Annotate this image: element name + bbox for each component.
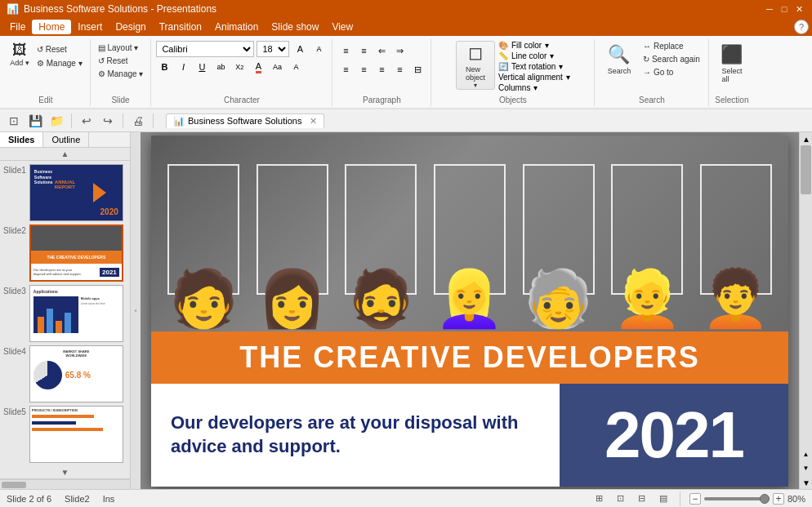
doc-tab-close[interactable]: ✕ (310, 116, 317, 127)
replace-button[interactable]: ↔ Replace (640, 41, 703, 51)
search-button[interactable]: 🔍 Search (601, 41, 637, 78)
increase-indent-btn[interactable]: ⇒ (391, 42, 408, 59)
columns-dropdown[interactable]: ▾ (533, 83, 538, 92)
new-object-button[interactable]: ◻ Newobject ▾ (456, 41, 495, 90)
add-button[interactable]: 🖼 Add ▾ (7, 41, 33, 69)
close-btn[interactable]: ✕ (792, 2, 805, 16)
text-rotation-dropdown[interactable]: ▾ (559, 62, 563, 71)
slide-5-thumb[interactable]: PRODUCTS / SUBSCRIPTION (29, 406, 123, 463)
toolbar-undo-btn[interactable]: ↩ (78, 112, 96, 130)
slide-item-4[interactable]: Slide4 MARKET SHAREWORLDWIDE 65.8 % (3, 345, 127, 402)
slide-list-scroll-up[interactable]: ▲ (0, 148, 130, 161)
canvas-area: 🧑 👩 🧔 👱‍♀️ (141, 132, 799, 489)
italic-btn[interactable]: I (175, 59, 191, 75)
panel-left-arrow[interactable]: ‹ (131, 132, 141, 489)
line-color-dropdown[interactable]: ▾ (550, 51, 554, 60)
slide-3-number: Slide3 (3, 285, 26, 296)
fill-color-dropdown[interactable]: ▾ (545, 41, 549, 50)
view-outline-btn[interactable]: ⊟ (635, 491, 649, 506)
justify-btn[interactable]: ≡ (391, 61, 408, 78)
ordered-list-btn[interactable]: ≡ (355, 42, 372, 59)
toolbar-print-btn[interactable]: 🖨 (129, 112, 147, 130)
subscript-btn[interactable]: X2 (231, 59, 248, 75)
font-size-up-btn[interactable]: A (292, 41, 308, 57)
scroll-down-btn[interactable]: ▼ (800, 476, 812, 489)
tab-outline[interactable]: Outline (43, 132, 89, 147)
font-color-btn[interactable]: A (250, 59, 266, 75)
slide-item-1[interactable]: Slide1 BusinessSoftwareSolutions ANNUALR… (3, 164, 127, 221)
slide-4-thumb[interactable]: MARKET SHAREWORLDWIDE 65.8 % (29, 345, 123, 402)
view-grid-btn[interactable]: ▤ (656, 491, 671, 506)
manage-button[interactable]: ⚙ Manage ▾ (34, 58, 85, 69)
font-name-select[interactable]: Calibri (156, 41, 254, 57)
slide-item-3[interactable]: Slide3 Applications Mobile (3, 285, 127, 342)
toolbar-new-btn[interactable]: ⊡ (5, 112, 23, 130)
doc-tab[interactable]: 📊 Business Software Solutions ✕ (166, 113, 324, 128)
font-size-down-btn[interactable]: A (310, 41, 327, 57)
strikethrough-btn[interactable]: ab (212, 59, 229, 75)
zoom-in-btn[interactable]: + (773, 493, 784, 505)
slide-3-thumb[interactable]: Applications Mobile apps Lorem ipsum tex… (29, 285, 123, 342)
zoom-out-btn[interactable]: − (689, 493, 701, 505)
scroll-track[interactable] (800, 145, 812, 446)
decrease-indent-btn[interactable]: ⇐ (373, 42, 390, 59)
maximize-btn[interactable]: □ (778, 2, 791, 16)
manage2-button[interactable]: ⚙ Manage ▾ (96, 69, 146, 79)
ribbon-group-edit: 🖼 Add ▾ ↺ Reset ⚙ Manage ▾ Edit (2, 39, 91, 106)
title-controls[interactable]: ─ □ ✕ (763, 2, 805, 16)
reset2-button[interactable]: ↺ Reset (96, 56, 146, 66)
view-normal-btn[interactable]: ⊞ (592, 491, 607, 506)
slide-2-thumb[interactable]: THE CREATIVE DEVELOPERS Our developers a… (29, 225, 123, 282)
go-to-button[interactable]: → Go to (640, 67, 703, 78)
panel-horizontal-scrollbar[interactable] (0, 479, 130, 489)
zoom-fill (704, 497, 763, 500)
toolbar-redo-btn[interactable]: ↪ (99, 112, 117, 130)
menu-animation[interactable]: Animation (208, 20, 265, 34)
reset-button[interactable]: ↺ Reset (34, 44, 85, 55)
scroll-up-btn[interactable]: ▲ (800, 132, 812, 145)
view-slide-btn[interactable]: ⊡ (613, 491, 628, 506)
zoom-slider-track[interactable] (704, 497, 770, 500)
menu-home[interactable]: Home (32, 20, 71, 34)
canvas-nav-up[interactable]: ▲ (800, 447, 813, 460)
toolbar-save-btn[interactable]: 💾 (26, 112, 44, 130)
toolbar-open-btn[interactable]: 📁 (47, 112, 65, 130)
bold-btn[interactable]: B (156, 59, 172, 75)
unordered-list-btn[interactable]: ≡ (337, 42, 354, 59)
line-spacing-btn[interactable]: ⊟ (409, 61, 426, 78)
search-again-button[interactable]: ↻ Search again (640, 54, 703, 64)
menu-slideshow[interactable]: Slide show (265, 20, 325, 34)
panel-tabs: Slides Outline (0, 132, 130, 148)
slide-list-scroll-down[interactable]: ▼ (0, 466, 130, 479)
char-spacing-btn[interactable]: Aa (269, 59, 285, 75)
minimize-btn[interactable]: ─ (763, 2, 776, 16)
layout-button[interactable]: ▤ Layout ▾ (96, 42, 146, 53)
menu-file[interactable]: File (3, 20, 32, 34)
menu-transition[interactable]: Transition (153, 20, 208, 34)
align-right-btn[interactable]: ≡ (373, 61, 390, 78)
align-center-btn[interactable]: ≡ (355, 61, 372, 78)
zoom-track[interactable] (704, 497, 770, 500)
menu-view[interactable]: View (325, 20, 359, 34)
slide-item-2[interactable]: Slide2 THE CREATIVE DEVELOPERS Our devel… (3, 225, 127, 282)
help-button[interactable]: ? (794, 20, 809, 34)
font-name-row: Calibri 18 A A (156, 41, 327, 57)
change-case-btn[interactable]: A (288, 59, 304, 75)
zoom-handle[interactable] (760, 494, 770, 504)
slide-1-thumb[interactable]: BusinessSoftwareSolutions ANNUALREPORT 2… (29, 164, 123, 221)
panel-hscroll-thumb[interactable] (2, 482, 26, 488)
ribbon-group-search: 🔍 Search ↔ Replace ↻ Search again → Go t… (595, 39, 709, 106)
font-size-select[interactable]: 18 (257, 41, 289, 57)
person-6: 👱 (606, 152, 688, 331)
underline-btn[interactable]: U (194, 59, 210, 75)
canvas-nav-down[interactable]: ▼ (800, 461, 813, 474)
scroll-thumb[interactable] (801, 145, 811, 194)
tab-slides[interactable]: Slides (0, 132, 43, 147)
menu-insert[interactable]: Insert (71, 20, 109, 34)
select-all-button[interactable]: ⬛ Selectall (716, 41, 747, 87)
menu-design[interactable]: Design (109, 20, 152, 34)
align-left-btn[interactable]: ≡ (337, 61, 354, 78)
vertical-align-dropdown[interactable]: ▾ (566, 73, 570, 82)
slide-item-5[interactable]: Slide5 PRODUCTS / SUBSCRIPTION (3, 406, 127, 463)
slide2-bottom: Our developers are at your disposal with… (31, 264, 122, 280)
